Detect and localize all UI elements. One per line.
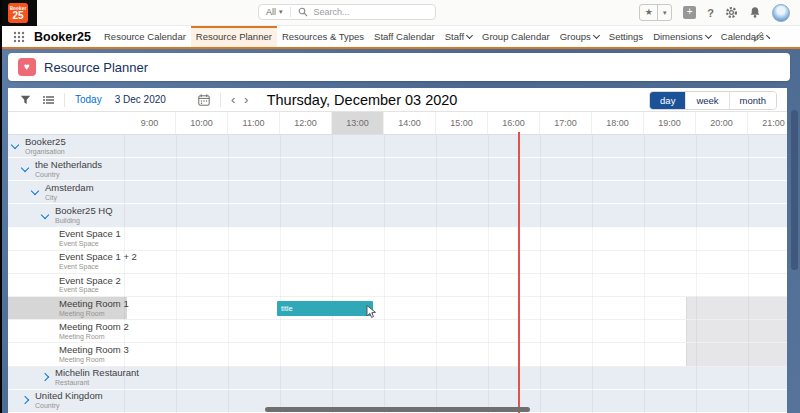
tab-label: Dimensions [653, 31, 703, 42]
tree-chevron-icon[interactable] [11, 141, 19, 149]
resource-type: Event Space [59, 263, 137, 271]
page-title: Resource Planner [44, 60, 148, 75]
tab-label: Resources & Types [282, 31, 364, 42]
add-icon[interactable]: + [683, 6, 696, 19]
resource-row-the-netherlands[interactable]: the Netherlands Country [8, 158, 787, 181]
filter-funnel-icon[interactable] [20, 95, 31, 105]
tab-groups[interactable]: Groups [555, 26, 604, 47]
resource-type: Building [55, 217, 113, 225]
nav-tabs: Resource Calendar Resource Planner Resou… [99, 26, 770, 47]
tab-resource-planner[interactable]: Resource Planner [191, 26, 277, 47]
resource-label[interactable]: Event Space 2 Event Space [59, 276, 121, 295]
hour-cell: 16:00 [488, 112, 540, 134]
date-value: 3 Dec 2020 [115, 94, 166, 105]
resource-label[interactable]: the Netherlands Country [35, 160, 102, 179]
resource-row-meeting-room-1[interactable]: Meeting Room 1 Meeting Room title [8, 297, 787, 320]
closed-hours-block [686, 320, 787, 342]
resource-label[interactable]: Michelin Restaurant Restaurant [55, 368, 139, 387]
tree-chevron-icon[interactable] [21, 396, 29, 404]
tree-chevron-icon[interactable] [41, 210, 49, 218]
resource-row-meeting-room-2[interactable]: Meeting Room 2 Meeting Room [8, 320, 787, 343]
today-button[interactable]: Today [75, 94, 102, 105]
date-picker-field[interactable]: 3 Dec 2020 [115, 94, 210, 106]
resource-row-meeting-room-3[interactable]: Meeting Room 3 Meeting Room [8, 343, 787, 366]
resource-type: Restaurant [55, 379, 139, 387]
tab-staff[interactable]: Staff [440, 26, 477, 47]
current-time-indicator [518, 132, 520, 413]
resource-label[interactable]: Meeting Room 2 Meeting Room [59, 322, 129, 341]
previous-day-button[interactable]: ‹ [227, 90, 240, 110]
view-button-month[interactable]: month [729, 92, 776, 109]
next-day-button[interactable]: › [240, 90, 253, 110]
tree-chevron-icon[interactable] [21, 164, 29, 172]
hour-label: 16:00 [502, 118, 525, 128]
horizontal-scrollbar-thumb[interactable] [265, 407, 530, 412]
hour-cell: 15:00 [436, 112, 488, 134]
tab-staff-calendar[interactable]: Staff Calendar [369, 26, 440, 47]
view-button-day[interactable]: day [650, 92, 685, 109]
tab-group-calendar[interactable]: Group Calendar [477, 26, 555, 47]
resource-label[interactable]: Booker25 HQ Building [55, 206, 113, 225]
vertical-scrollbar-thumb[interactable] [791, 110, 798, 270]
hour-label: 11:00 [243, 118, 265, 128]
favorites-star-icon[interactable]: ★ [640, 5, 658, 20]
hour-cell: 17:00 [540, 112, 592, 134]
resource-label[interactable]: Amsterdam City [45, 183, 94, 202]
planner-toolbar: Today 3 Dec 2020 ‹ › Thursday, December … [8, 88, 787, 112]
view-button-week[interactable]: week [685, 92, 728, 109]
sort-icon[interactable] [43, 95, 54, 105]
hour-cell: 20:00 [696, 112, 748, 134]
tab-resources-types[interactable]: Resources & Types [277, 26, 369, 47]
search-scope-selector[interactable]: All ▾ [259, 5, 290, 19]
resource-label[interactable]: Event Space 1 Event Space [59, 229, 121, 248]
resource-rows: Booker25 Organisation the Netherlands Co… [8, 135, 787, 413]
resource-label[interactable]: Booker25 Organisation [25, 137, 66, 156]
resource-name: Event Space 1 [59, 229, 121, 240]
app-launcher-waffle-icon[interactable] [13, 31, 25, 43]
resource-label[interactable]: Event Space 1 + 2 Event Space [59, 252, 137, 271]
global-search: All ▾ [258, 4, 436, 20]
hour-label: 20:00 [710, 118, 733, 128]
booker25-logo[interactable]: Booker 25 [8, 3, 28, 23]
logo-number-text: 25 [8, 11, 28, 22]
hour-cell: 9:00 [124, 112, 176, 134]
tree-chevron-icon[interactable] [31, 187, 39, 195]
help-icon[interactable]: ? [707, 7, 714, 19]
resource-row-event-space-1-2[interactable]: Event Space 1 + 2 Event Space [8, 251, 787, 274]
resource-name: the Netherlands [35, 160, 102, 171]
resource-row-booker25-hq[interactable]: Booker25 HQ Building [8, 204, 787, 227]
user-avatar[interactable] [772, 4, 790, 22]
chevron-down-icon: ▾ [279, 8, 283, 16]
edit-pencil-icon[interactable] [753, 31, 764, 42]
hour-label: 21:00 [762, 118, 785, 128]
reservation-title: title [281, 304, 293, 313]
setup-gear-icon[interactable] [725, 6, 738, 19]
search-scope-label: All [266, 7, 276, 17]
resource-label[interactable]: Meeting Room 1 Meeting Room [59, 299, 129, 318]
resource-row-booker25[interactable]: Booker25 Organisation [8, 135, 787, 158]
resource-type: Meeting Room [59, 310, 129, 318]
resource-row-amsterdam[interactable]: Amsterdam City [8, 181, 787, 204]
resource-name: Event Space 2 [59, 276, 121, 287]
tree-chevron-icon[interactable] [41, 372, 49, 380]
resource-type: Meeting Room [59, 356, 129, 364]
resource-type: City [45, 194, 94, 202]
tab-resource-calendar[interactable]: Resource Calendar [99, 26, 191, 47]
resource-row-michelin-restaurant[interactable]: Michelin Restaurant Restaurant [8, 367, 787, 390]
hour-label: 15:00 [450, 118, 473, 128]
tab-dimensions[interactable]: Dimensions [648, 26, 716, 47]
tab-label: Groups [560, 31, 591, 42]
reservation-event[interactable]: title [277, 301, 373, 316]
app-nav-bar: Booker25 Resource Calendar Resource Plan… [0, 26, 800, 49]
resource-label[interactable]: United Kingdom Country [35, 391, 103, 410]
resource-label[interactable]: Meeting Room 3 Meeting Room [59, 345, 129, 364]
app-name-label: Booker25 [34, 30, 91, 44]
favorites-caret-icon[interactable]: ▾ [658, 5, 671, 20]
tab-settings[interactable]: Settings [604, 26, 648, 47]
search-input[interactable] [312, 6, 411, 18]
resource-row-event-space-2[interactable]: Event Space 2 Event Space [8, 274, 787, 297]
hour-label: 18:00 [606, 118, 629, 128]
notifications-bell-icon[interactable] [749, 6, 761, 19]
resource-row-event-space-1[interactable]: Event Space 1 Event Space [8, 228, 787, 251]
hour-cell: 21:00 [748, 112, 787, 134]
